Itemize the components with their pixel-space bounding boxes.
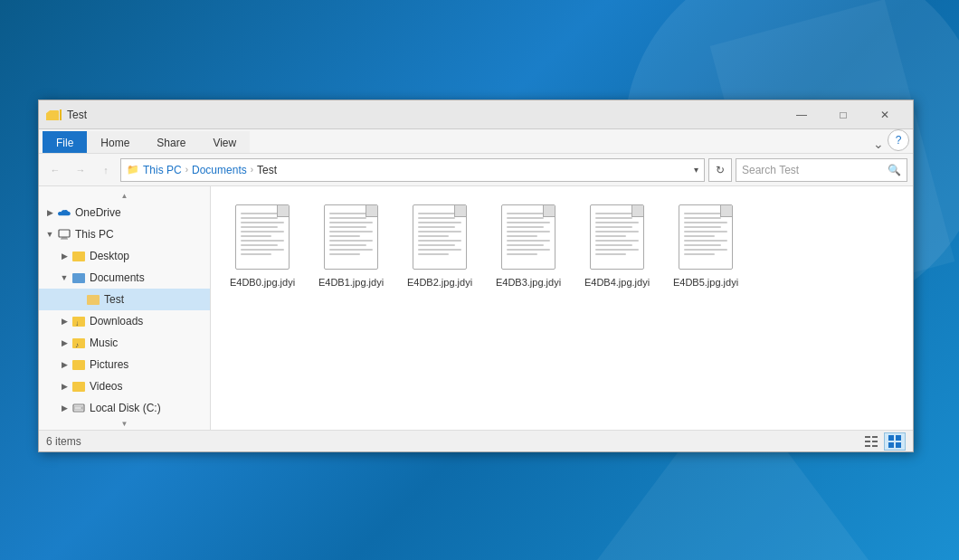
onedrive-icon bbox=[57, 205, 71, 220]
doc-line bbox=[241, 244, 278, 246]
music-folder-icon: ♪ bbox=[71, 336, 86, 350]
file-name: E4DB2.jpg.jdyi bbox=[407, 276, 472, 289]
doc-line bbox=[418, 217, 455, 219]
doc-line bbox=[595, 249, 639, 251]
doc-line bbox=[418, 249, 461, 251]
file-item[interactable]: E4DB1.jpg.jdyi bbox=[310, 197, 392, 292]
file-name: E4DB1.jpg.jdyi bbox=[318, 276, 384, 289]
content-area: ▲ ▶ OneDrive ▼ This PC ▶ bbox=[39, 186, 913, 430]
explorer-window: Test — □ ✕ File Home Share View ⌄ ? ← → … bbox=[38, 100, 914, 452]
sidebar-item-pictures[interactable]: ▶ Pictures bbox=[39, 354, 210, 375]
doc-line bbox=[418, 235, 449, 237]
scroll-up-button[interactable]: ▲ bbox=[39, 190, 210, 202]
title-folder-icon bbox=[46, 109, 62, 120]
tab-file[interactable]: File bbox=[43, 131, 87, 153]
desktop-folder-icon bbox=[71, 249, 86, 263]
doc-line bbox=[507, 235, 537, 237]
help-button[interactable]: ? bbox=[888, 129, 909, 151]
expand-pictures[interactable]: ▶ bbox=[57, 357, 71, 372]
file-item[interactable]: E4DB4.jpg.jdyi bbox=[576, 197, 658, 292]
file-item[interactable]: E4DB2.jpg.jdyi bbox=[399, 197, 480, 292]
doc-line bbox=[329, 235, 360, 237]
expand-local-disk[interactable]: ▶ bbox=[57, 401, 71, 415]
breadcrumb-this-pc[interactable]: This PC bbox=[143, 164, 182, 176]
expand-videos[interactable]: ▶ bbox=[57, 379, 71, 394]
doc-line bbox=[684, 226, 721, 228]
svg-rect-12 bbox=[888, 435, 894, 441]
maximize-button[interactable]: □ bbox=[822, 100, 864, 129]
sidebar-item-documents[interactable]: ▼ Documents bbox=[39, 267, 210, 289]
expand-documents[interactable]: ▼ bbox=[57, 271, 71, 285]
search-box[interactable]: Search Test 🔍 bbox=[736, 158, 907, 182]
expand-onedrive[interactable]: ▶ bbox=[43, 205, 57, 220]
sidebar-item-downloads[interactable]: ▶ ↓ Downloads bbox=[39, 310, 210, 332]
videos-folder-icon bbox=[71, 379, 86, 394]
document-icon bbox=[590, 204, 644, 270]
refresh-button[interactable]: ↻ bbox=[708, 158, 732, 182]
doc-line bbox=[595, 217, 632, 219]
ribbon-expand-icon[interactable]: ⌄ bbox=[873, 137, 884, 151]
minimize-button[interactable]: — bbox=[781, 100, 822, 129]
file-name: E4DB4.jpg.jdyi bbox=[584, 276, 650, 289]
breadcrumb-sep1: › bbox=[185, 165, 188, 175]
expand-desktop[interactable]: ▶ bbox=[57, 249, 71, 263]
expand-downloads[interactable]: ▶ bbox=[57, 314, 71, 328]
doc-line bbox=[241, 231, 284, 233]
tab-share[interactable]: Share bbox=[143, 131, 199, 153]
doc-line bbox=[241, 235, 271, 237]
sidebar-item-desktop[interactable]: ▶ Desktop bbox=[39, 245, 210, 267]
search-placeholder: Search Test bbox=[742, 164, 884, 176]
doc-line bbox=[329, 222, 373, 223]
up-button[interactable]: ↑ bbox=[95, 159, 117, 181]
doc-line bbox=[329, 213, 373, 214]
address-bar[interactable]: 📁 This PC › Documents › Test ▾ bbox=[120, 158, 705, 182]
sidebar-item-local-disk[interactable]: ▶ Local Disk (C:) bbox=[39, 397, 210, 419]
doc-line bbox=[418, 244, 455, 246]
svg-rect-0 bbox=[59, 230, 70, 237]
doc-line bbox=[241, 213, 284, 214]
doc-line bbox=[507, 231, 550, 233]
toolbar: ← → ↑ 📁 This PC › Documents › Test ▾ ↻ S… bbox=[39, 154, 913, 186]
file-item[interactable]: E4DB0.jpg.jdyi bbox=[222, 197, 303, 292]
doc-line bbox=[329, 217, 366, 219]
forward-button[interactable]: → bbox=[70, 159, 91, 181]
sidebar-item-music[interactable]: ▶ ♪ Music bbox=[39, 332, 210, 354]
svg-rect-15 bbox=[896, 442, 901, 448]
scroll-down-button[interactable]: ▼ bbox=[39, 418, 210, 430]
sidebar-item-onedrive[interactable]: ▶ OneDrive bbox=[39, 202, 210, 223]
sidebar-item-test[interactable]: ▶ Test bbox=[39, 289, 210, 310]
large-icons-view-button[interactable] bbox=[884, 432, 906, 451]
details-view-button[interactable] bbox=[860, 432, 882, 451]
file-item[interactable]: E4DB5.jpg.jdyi bbox=[665, 197, 746, 292]
sidebar-item-videos[interactable]: ▶ Videos bbox=[39, 375, 210, 397]
close-button[interactable]: ✕ bbox=[864, 100, 906, 129]
onedrive-label: OneDrive bbox=[75, 206, 121, 219]
local-disk-label: Local Disk (C:) bbox=[90, 402, 161, 414]
tab-home[interactable]: Home bbox=[87, 131, 143, 153]
doc-line bbox=[595, 213, 639, 214]
sidebar-item-this-pc[interactable]: ▼ This PC bbox=[39, 223, 210, 245]
pictures-folder-icon bbox=[71, 357, 86, 372]
doc-line bbox=[507, 213, 550, 214]
test-folder-icon bbox=[86, 292, 100, 307]
large-icons-view-icon bbox=[888, 435, 901, 448]
doc-line bbox=[507, 226, 544, 228]
doc-line bbox=[418, 240, 461, 242]
doc-line bbox=[241, 222, 284, 223]
expand-this-pc[interactable]: ▼ bbox=[43, 227, 57, 242]
svg-rect-14 bbox=[888, 442, 894, 448]
tab-view[interactable]: View bbox=[199, 131, 250, 153]
breadcrumb-documents[interactable]: Documents bbox=[192, 164, 247, 176]
titlebar: Test — □ ✕ bbox=[39, 100, 913, 129]
document-icon bbox=[324, 204, 378, 270]
doc-line bbox=[329, 244, 366, 246]
address-dropdown-icon[interactable]: ▾ bbox=[694, 165, 698, 175]
videos-label: Videos bbox=[90, 380, 122, 393]
file-icon-wrapper bbox=[230, 201, 295, 273]
svg-rect-6 bbox=[865, 436, 870, 438]
address-folder-icon: 📁 bbox=[127, 164, 139, 176]
search-icon[interactable]: 🔍 bbox=[888, 164, 901, 176]
file-item[interactable]: E4DB3.jpg.jdyi bbox=[488, 197, 569, 292]
back-button[interactable]: ← bbox=[44, 159, 66, 181]
expand-music[interactable]: ▶ bbox=[57, 336, 71, 350]
